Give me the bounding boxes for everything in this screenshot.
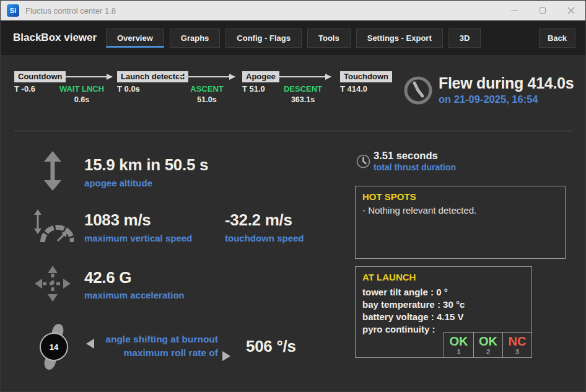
titlebar: Si Fluctus control center 1.8 [1, 1, 585, 20]
window-controls [500, 1, 585, 20]
flight-date: on 21-09-2025, 16:54 [439, 94, 538, 105]
altitude-updown-arrow-icon [38, 151, 68, 191]
max-vertical-speed-value: 1083 m/s [84, 211, 151, 230]
pyro-continuity-label: pyro continuity : [362, 323, 435, 336]
tab-settings-export[interactable]: Settings - Export [356, 28, 443, 48]
timeline-time: T 414.0 [340, 84, 367, 94]
roll-badge-value: 14 [50, 342, 59, 352]
roll-rate-labels: angle shifting at burnout maximum roll r… [97, 333, 218, 360]
hot-spots-title: HOT SPOTS [362, 191, 416, 202]
timeline-arrow-icon [276, 76, 331, 77]
timeline-phase-duration: 51.0s [178, 95, 235, 104]
timeline-phase-duration: 363.1s [274, 95, 332, 104]
timeline-time: T -0.6 [14, 84, 35, 94]
back-button[interactable]: Back [539, 28, 575, 48]
roll-rate-label-line2: maximum roll rate of [97, 346, 218, 360]
timeline-time: T 51.0 [242, 84, 265, 94]
divider [14, 131, 573, 131]
timeline-arrow-icon [178, 76, 235, 77]
max-acceleration-value: 42.6 G [84, 268, 131, 287]
maximize-button[interactable] [528, 1, 557, 20]
content-area: Countdown Launch detected Apogee Touchdo… [1, 55, 586, 392]
pyro-status: OK [444, 335, 473, 348]
touchdown-speed-label: touchdown speed [225, 233, 304, 243]
pyro-continuity-table: OK 1 OK 2 NC 3 [444, 332, 532, 358]
hot-spots-item: - Nothing relevant detected. [362, 205, 476, 216]
thrust-clock-icon [356, 154, 370, 168]
acceleration-move-icon [35, 266, 71, 302]
timeline-phase-duration: 0.6s [53, 95, 110, 104]
roll-rate-label-line1: angle shifting at burnout [97, 333, 218, 346]
tab-graphs[interactable]: Graphs [170, 28, 221, 48]
pyro-channel-3: NC 3 [502, 333, 531, 357]
tab-3d[interactable]: 3D [448, 28, 481, 48]
pyro-status: OK [474, 335, 502, 348]
navbar: BlackBox viewer Overview Graphs Config -… [1, 20, 585, 55]
pyro-channel-number: 3 [503, 348, 531, 355]
roll-axis-rocket-icon: 14 [37, 323, 71, 371]
max-acceleration-label: maximum acceleration [84, 290, 185, 300]
tower-tilt-angle: tower tilt angle : 0 ° [362, 286, 448, 298]
thrust-duration-value: 3.51 seconds [374, 150, 438, 162]
timeline-phase: ASCENT [178, 84, 235, 94]
timeline-time: T 0.0s [117, 84, 140, 94]
maximize-icon [540, 7, 546, 14]
thrust-duration-label: total thrust duration [374, 162, 456, 172]
app-logo-icon: Si [7, 4, 19, 17]
timeline-event-apogee: Apogee [242, 71, 279, 82]
close-button[interactable] [557, 1, 585, 20]
window-title: Fluctus control center 1.8 [25, 6, 116, 15]
max-roll-rate-value: 506 °/s [246, 337, 296, 356]
at-launch-title: AT LAUNCH [362, 272, 416, 282]
minimize-icon [511, 11, 518, 11]
bay-temperature: bay temperature : 30 °c [362, 298, 465, 311]
pyro-channel-1: OK 1 [444, 333, 473, 357]
page-title: BlackBox viewer [13, 32, 106, 44]
max-vertical-speed-label: maximum vertical speed [84, 233, 192, 243]
apogee-altitude-value: 15.9 km in 50.5 s [84, 155, 208, 175]
pointer-right-icon [222, 351, 230, 361]
battery-voltage: battery voltage : 4.15 V [362, 311, 463, 323]
tab-overview[interactable]: Overview [106, 28, 164, 48]
pyro-channel-number: 2 [474, 348, 502, 355]
timeline-phase: DESCENT [274, 84, 332, 94]
pointer-left-icon [86, 339, 94, 349]
apogee-altitude-label: apogee altitude [84, 178, 152, 188]
touchdown-speed-value: -32.2 m/s [225, 211, 292, 230]
hot-spots-box: HOT SPOTS - Nothing relevant detected. [355, 186, 566, 259]
tab-config-flags[interactable]: Config - Flags [225, 28, 302, 48]
flight-duration-title: Flew during 414.0s [439, 74, 574, 92]
app-window: Si Fluctus control center 1.8 BlackBox v… [0, 0, 586, 392]
speedometer-icon [32, 209, 74, 245]
pyro-channel-number: 1 [444, 348, 473, 355]
tab-bar: Overview Graphs Config - Flags Tools Set… [106, 28, 481, 48]
pyro-status: NC [503, 335, 531, 348]
timeline-event-countdown: Countdown [14, 71, 66, 82]
close-icon [567, 7, 575, 14]
at-launch-box: AT LAUNCH tower tilt angle : 0 ° bay tem… [355, 266, 532, 358]
tab-tools[interactable]: Tools [307, 28, 351, 48]
minimize-button[interactable] [500, 1, 528, 20]
timeline-phase: WAIT LNCH [53, 84, 110, 94]
flight-clock-icon [403, 76, 433, 105]
timeline-event-touchdown: Touchdown [340, 71, 392, 82]
timeline-arrow-icon [65, 76, 112, 77]
pyro-channel-2: OK 2 [473, 333, 502, 357]
